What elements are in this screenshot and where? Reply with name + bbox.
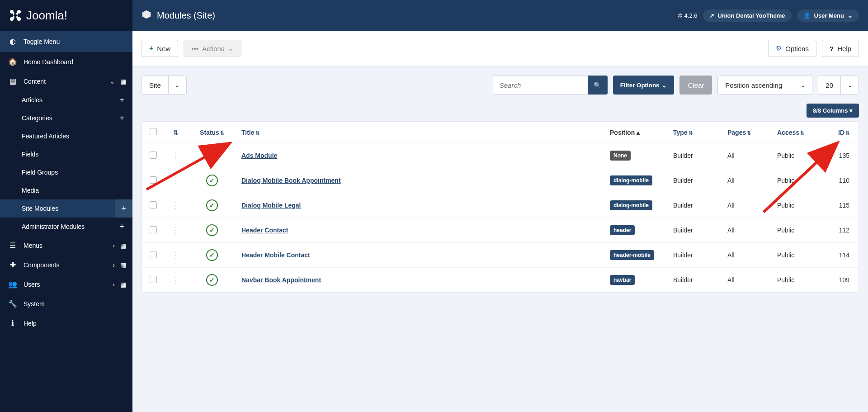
module-title-link[interactable]: Ads Module — [241, 152, 277, 159]
row-checkbox[interactable] — [150, 251, 157, 258]
col-title[interactable]: Title⇅ — [237, 122, 605, 143]
home-icon: 🏠 — [8, 57, 17, 66]
limit-select[interactable]: 20 ⌄ — [818, 76, 859, 95]
row-checkbox[interactable] — [150, 176, 157, 184]
status-published-icon[interactable]: ✓ — [206, 249, 218, 261]
dashboard-icon[interactable]: ▦ — [120, 78, 126, 85]
sidebar-item-admin-modules[interactable]: Administrator Modules + — [0, 218, 132, 236]
plus-icon[interactable]: + — [119, 222, 124, 232]
chevron-down-icon: ⌄ — [168, 76, 186, 94]
sort-select[interactable]: Position ascending ⌄ — [717, 76, 812, 95]
col-type[interactable]: Type⇅ — [669, 122, 723, 143]
chevron-down-icon: ⌄ — [109, 78, 115, 85]
drag-handle-icon[interactable]: ⋮ — [172, 251, 180, 260]
clear-button[interactable]: Clear — [679, 76, 712, 95]
dashboard-icon[interactable]: ▦ — [120, 261, 126, 269]
drag-handle-icon[interactable]: ⋮ — [172, 176, 180, 185]
dashboard-icon[interactable]: ▦ — [120, 242, 126, 249]
module-title-link[interactable]: Navbar Book Appointment — [241, 276, 321, 284]
sidebar-item-featured-articles[interactable]: Featured Articles — [0, 127, 132, 145]
options-button[interactable]: ⚙ Options — [768, 40, 816, 57]
sidebar-item-label: Components — [24, 261, 59, 269]
client-select[interactable]: Site ⌄ — [142, 76, 187, 95]
sidebar-item-help[interactable]: ℹ Help — [0, 313, 132, 333]
columns-button[interactable]: 8/8 Columns ▾ — [807, 104, 859, 118]
position-badge: navbar — [610, 275, 635, 285]
chevron-down-icon: ⌄ — [794, 76, 812, 94]
module-access: Public — [773, 268, 827, 293]
status-published-icon[interactable]: ✓ — [206, 150, 218, 161]
col-access[interactable]: Access⇅ — [773, 122, 827, 143]
sidebar-item-system[interactable]: 🔧 System — [0, 294, 132, 313]
drag-handle-icon[interactable]: ⋮ — [172, 201, 180, 210]
search-input[interactable] — [493, 76, 588, 95]
module-id: 135 — [827, 143, 859, 168]
sidebar-item-menus[interactable]: ☰ Menus ›▦ — [0, 236, 132, 255]
col-order[interactable]: ⇅ — [165, 122, 187, 143]
module-title-link[interactable]: Header Contact — [241, 227, 288, 234]
sidebar-item-articles[interactable]: Articles + — [0, 91, 132, 109]
info-icon: ℹ — [8, 319, 17, 327]
col-status[interactable]: Status⇅ — [187, 122, 237, 143]
status-published-icon[interactable]: ✓ — [206, 274, 218, 286]
row-checkbox[interactable] — [150, 152, 157, 159]
col-pages[interactable]: Pages⇅ — [723, 122, 773, 143]
sidebar-item-label: Fields — [22, 151, 38, 158]
site-link[interactable]: ↗ Union Dental YooTheme — [703, 9, 792, 22]
status-published-icon[interactable]: ✓ — [206, 224, 218, 236]
sidebar-item-label: Field Groups — [22, 169, 58, 176]
row-checkbox[interactable] — [150, 201, 157, 208]
col-check — [142, 122, 165, 143]
select-all-checkbox[interactable] — [150, 128, 157, 135]
toggle-icon: ◐ — [8, 37, 17, 46]
plus-icon[interactable]: + — [119, 114, 124, 123]
module-pages: All — [723, 268, 773, 293]
caret-down-icon: ▾ — [849, 107, 853, 114]
module-title-link[interactable]: Dialog Mobile Book Appointment — [241, 177, 341, 184]
drag-handle-icon[interactable]: ⋮ — [172, 151, 180, 160]
col-position[interactable]: Position ▴ — [605, 122, 669, 143]
module-title-link[interactable]: Header Mobile Contact — [241, 251, 310, 259]
row-checkbox[interactable] — [150, 226, 157, 233]
new-button[interactable]: + New — [142, 40, 178, 57]
sort-icon: ⇅ — [845, 130, 849, 136]
module-access: Public — [773, 193, 827, 218]
drag-handle-icon[interactable]: ⋮ — [172, 275, 180, 284]
help-button[interactable]: ? Help — [822, 40, 859, 57]
sidebar-item-label: Help — [24, 320, 37, 327]
plus-icon[interactable]: + — [119, 95, 124, 105]
module-id: 115 — [827, 193, 859, 218]
sidebar-item-users[interactable]: 👥 Users ›▦ — [0, 275, 132, 294]
module-type: Builder — [669, 243, 723, 268]
filter-options-button[interactable]: Filter Options ⌄ — [613, 76, 675, 95]
sidebar-item-categories[interactable]: Categories + — [0, 109, 132, 127]
chevron-right-icon: › — [113, 261, 115, 269]
sidebar-item-components[interactable]: ✚ Components ›▦ — [0, 255, 132, 275]
actions-button[interactable]: ••• Actions ⌄ — [184, 40, 241, 57]
search-button[interactable]: 🔍 — [588, 76, 608, 95]
brand-logo[interactable]: Joomla! — [0, 0, 132, 31]
sidebar-item-site-modules[interactable]: Site Modules + — [0, 199, 132, 218]
ellipsis-icon: ••• — [191, 45, 198, 52]
drag-handle-icon[interactable]: ⋮ — [172, 226, 180, 235]
module-type: Builder — [669, 268, 723, 293]
sidebar-item-label: Content — [24, 78, 46, 85]
sidebar-item-home[interactable]: 🏠 Home Dashboard — [0, 52, 132, 71]
sidebar-item-fields[interactable]: Fields — [0, 145, 132, 163]
sidebar-item-media[interactable]: Media — [0, 181, 132, 199]
status-published-icon[interactable]: ✓ — [206, 199, 218, 211]
sidebar-item-field-groups[interactable]: Field Groups — [0, 163, 132, 181]
version-badge[interactable]: ✲ 4.2.6 — [678, 12, 698, 19]
sidebar: Joomla! ◐ Toggle Menu 🏠 Home Dashboard ▤… — [0, 0, 132, 412]
status-published-icon[interactable]: ✓ — [206, 175, 218, 186]
module-title-link[interactable]: Dialog Mobile Legal — [241, 202, 301, 209]
module-id: 112 — [827, 218, 859, 243]
row-checkbox[interactable] — [150, 276, 157, 283]
col-id[interactable]: ID⇅ — [827, 122, 859, 143]
user-menu[interactable]: 👤 User Menu ⌄ — [797, 9, 859, 22]
plus-icon[interactable]: + — [115, 199, 132, 218]
dashboard-icon[interactable]: ▦ — [120, 281, 126, 288]
sidebar-item-content[interactable]: ▤ Content ⌄ ▦ — [0, 71, 132, 91]
search-icon: 🔍 — [594, 82, 601, 89]
toggle-menu[interactable]: ◐ Toggle Menu — [0, 31, 132, 52]
